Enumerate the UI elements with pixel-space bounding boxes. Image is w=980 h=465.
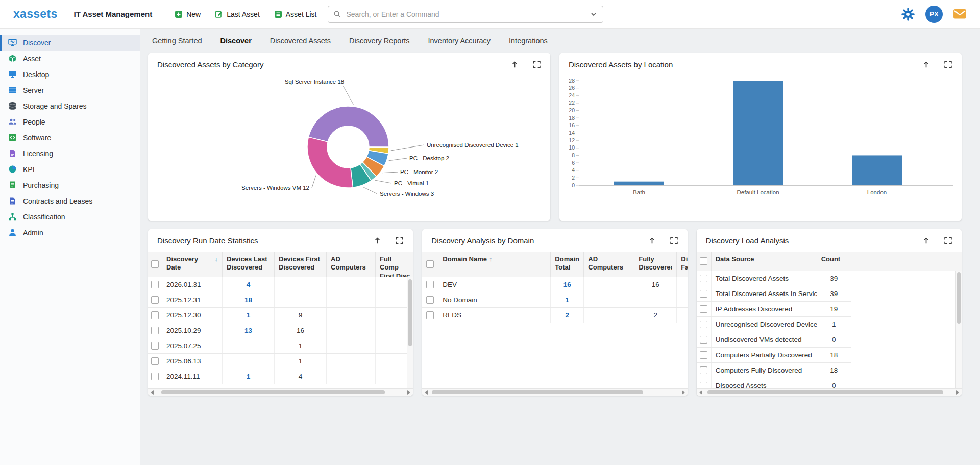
drilldown-link[interactable]: 1 — [247, 311, 251, 319]
row-checkbox[interactable] — [700, 290, 707, 298]
table-row[interactable]: Disposed Assets0 — [697, 378, 851, 388]
sidebar-item-licensing[interactable]: Licensing — [0, 145, 140, 161]
column-header-ad-computers[interactable]: AD Computers — [327, 252, 376, 277]
arrow-up-icon[interactable] — [510, 60, 519, 69]
scroll-left-arrow[interactable] — [148, 389, 156, 396]
sidebar-item-purchasing[interactable]: Purchasing — [0, 177, 140, 193]
row-checkbox[interactable] — [700, 321, 707, 328]
toolbar-button-asset-list[interactable]: Asset List — [274, 10, 317, 18]
table-row[interactable]: RFDS22 — [422, 308, 687, 323]
table-row[interactable]: Undiscovered VMs detected0 — [697, 332, 851, 348]
column-header-data-source[interactable]: Data Source — [712, 252, 817, 271]
column-header-devices-last-discovered[interactable]: Devices Last Discovered — [223, 252, 275, 277]
row-checkbox[interactable] — [700, 336, 707, 344]
expand-icon[interactable] — [532, 60, 541, 69]
table-row[interactable]: Computers Partially Discovered18 — [697, 348, 851, 363]
sidebar-item-discover[interactable]: Discover — [0, 35, 140, 51]
sidebar-item-contracts-and-leases[interactable]: Contracts and Leases — [0, 193, 140, 209]
search-input[interactable] — [345, 10, 585, 19]
column-header-count[interactable]: Count — [817, 252, 851, 271]
scroll-right-arrow[interactable] — [405, 389, 413, 396]
tab-getting-started[interactable]: Getting Started — [152, 37, 202, 45]
table-row[interactable]: 2024.11.1114 — [148, 369, 413, 384]
scroll-left-arrow[interactable] — [697, 389, 705, 396]
table-row[interactable]: Total Discovered Assets39 — [697, 271, 851, 286]
scrollbar-thumb[interactable] — [432, 390, 643, 394]
table-row[interactable]: 2025.12.3118 — [148, 292, 413, 308]
table-row[interactable]: IP Addresses Discovered19 — [697, 302, 851, 317]
table-row[interactable]: 2025.12.3019 — [148, 308, 413, 323]
table-row[interactable]: 2026.01.314 — [148, 277, 413, 292]
search-box[interactable] — [328, 6, 603, 23]
table-row[interactable]: 2025.06.131 — [148, 354, 413, 369]
drilldown-link[interactable]: 18 — [244, 296, 252, 304]
sidebar-item-software[interactable]: Software — [0, 130, 140, 145]
scrollbar-thumb[interactable] — [408, 279, 412, 346]
arrow-up-icon[interactable] — [922, 236, 930, 245]
row-checkbox[interactable] — [700, 305, 707, 313]
column-header-domain-name[interactable]: Domain Name↑ — [438, 252, 551, 277]
table-row[interactable]: 2025.07.251 — [148, 338, 413, 354]
expand-icon[interactable] — [944, 236, 952, 245]
scrollbar-thumb[interactable] — [161, 390, 385, 394]
tab-discover[interactable]: Discover — [220, 37, 252, 45]
row-checkbox[interactable] — [700, 366, 707, 374]
tab-inventory-accuracy[interactable]: Inventory Accuracy — [428, 37, 491, 45]
row-checkbox[interactable] — [700, 382, 707, 388]
table-row[interactable]: 2025.10.291316 — [148, 323, 413, 338]
arrow-up-icon[interactable] — [922, 60, 930, 69]
tab-discovered-assets[interactable]: Discovered Assets — [270, 37, 331, 45]
scroll-right-arrow[interactable] — [953, 389, 962, 396]
drilldown-link[interactable]: 4 — [247, 281, 251, 288]
sidebar-item-kpi[interactable]: KPI — [0, 161, 140, 177]
row-checkbox[interactable] — [700, 275, 707, 282]
row-checkbox[interactable] — [426, 296, 434, 304]
sidebar-item-desktop[interactable]: Desktop — [0, 66, 140, 82]
row-checkbox[interactable] — [151, 373, 159, 380]
row-checkbox[interactable] — [151, 281, 159, 288]
row-checkbox[interactable] — [426, 281, 434, 288]
row-checkbox[interactable] — [151, 357, 159, 365]
horizontal-scrollbar[interactable] — [422, 388, 687, 396]
vertical-scrollbar[interactable] — [955, 271, 962, 388]
vertical-scrollbar[interactable] — [407, 277, 413, 388]
row-checkbox[interactable] — [151, 311, 159, 319]
settings-gear-icon[interactable] — [901, 7, 915, 21]
row-checkbox[interactable] — [151, 327, 159, 334]
horizontal-scrollbar[interactable] — [697, 388, 962, 396]
row-checkbox[interactable] — [151, 296, 159, 304]
table-row[interactable]: DEV1616 — [422, 277, 687, 292]
chevron-down-icon[interactable] — [590, 10, 598, 18]
table-row[interactable]: Total Discovered Assets In Service39 — [697, 286, 851, 302]
table-row[interactable]: Unrecognised Discovered Devices1 — [697, 317, 851, 332]
row-checkbox[interactable] — [426, 311, 434, 319]
column-header-fully-discovered[interactable]: Fully Discovered — [634, 252, 677, 277]
horizontal-scrollbar[interactable] — [148, 388, 413, 396]
sidebar-item-server[interactable]: Server — [0, 82, 140, 98]
select-all-checkbox[interactable] — [426, 260, 434, 268]
column-header-discovery-date[interactable]: Discovery Date↓ — [162, 252, 223, 277]
arrow-up-icon[interactable] — [648, 236, 656, 245]
app-logo[interactable]: xassets — [13, 7, 58, 21]
sidebar-item-people[interactable]: People — [0, 114, 140, 130]
row-checkbox[interactable] — [151, 342, 159, 350]
expand-icon[interactable] — [944, 60, 952, 69]
toolbar-button-new[interactable]: New — [175, 10, 201, 18]
sidebar-item-admin[interactable]: Admin — [0, 225, 140, 240]
sidebar-item-classification[interactable]: Classification — [0, 209, 140, 225]
scroll-left-arrow[interactable] — [422, 389, 430, 396]
select-all-checkbox[interactable] — [700, 257, 707, 265]
drilldown-link[interactable]: 1 — [566, 296, 570, 304]
column-header-full-comp-first-disc[interactable]: Full Comp First Disc — [376, 252, 413, 277]
scrollbar-thumb[interactable] — [707, 390, 944, 394]
scroll-right-arrow[interactable] — [679, 389, 688, 396]
column-header-dis-fail[interactable]: Dis Fail — [677, 252, 687, 277]
drilldown-link[interactable]: 2 — [566, 311, 570, 319]
tab-integrations[interactable]: Integrations — [509, 37, 548, 45]
toolbar-button-last-asset[interactable]: Last Asset — [215, 10, 260, 18]
expand-icon[interactable] — [670, 236, 678, 245]
arrow-up-icon[interactable] — [373, 236, 382, 245]
row-checkbox[interactable] — [700, 351, 707, 359]
drilldown-link[interactable]: 1 — [247, 373, 251, 380]
sidebar-item-asset[interactable]: Asset — [0, 51, 140, 66]
